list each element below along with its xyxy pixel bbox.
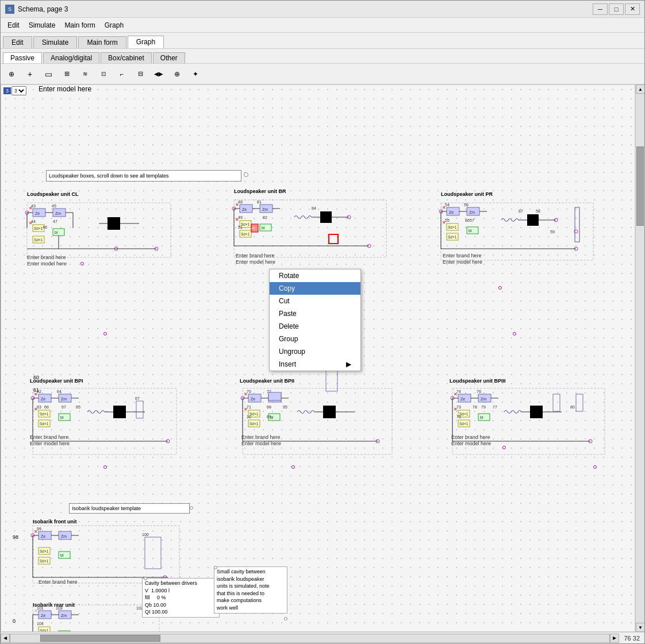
tool-inductor[interactable]: ≋ — [76, 66, 94, 82]
svg-text:67: 67 — [62, 405, 66, 409]
cl-anchor — [80, 262, 84, 265]
bpiii-model: Enter model here — [451, 441, 491, 446]
tool-circle[interactable]: ⊕ — [3, 66, 20, 82]
ctx-copy[interactable]: Copy — [270, 282, 360, 295]
subtab-box[interactable]: Box/cabinet — [101, 52, 152, 63]
svg-text:Sd×1: Sd×1 — [249, 422, 259, 426]
small-cavity-anchor2 — [284, 617, 287, 620]
pr-model: Enter model here — [443, 259, 482, 265]
svg-text:bl: bl — [252, 226, 255, 230]
svg-text:Sd×1: Sd×1 — [40, 559, 49, 563]
br-model: Enter model here — [236, 259, 275, 265]
scrollbar-right: ▲ ▼ — [635, 84, 644, 632]
bottom-scrollbar-thumb[interactable] — [40, 635, 160, 642]
tool-circle2[interactable]: ⊕ — [168, 66, 186, 82]
svg-text:Zm: Zm — [61, 614, 67, 618]
svg-text:bl: bl — [60, 415, 64, 419]
svg-text:10: 10 — [247, 415, 251, 419]
menu-mainform[interactable]: Main form — [60, 20, 99, 30]
ctx-group[interactable]: Group — [270, 333, 360, 345]
minimize-button[interactable]: ─ — [593, 3, 608, 15]
canvas[interactable]: 3 3 Loudspeaker boxes, scroll down to se… — [1, 85, 635, 631]
bpiii-dot2 — [593, 465, 597, 469]
tab-graph[interactable]: Graph — [128, 36, 164, 48]
bpii-dot — [291, 465, 295, 469]
main-area: 3 3 Loudspeaker boxes, scroll down to se… — [1, 84, 644, 632]
svg-text:57: 57 — [470, 218, 474, 222]
app-icon: S — [5, 5, 14, 14]
scroll-down-arrow[interactable]: ▼ — [636, 623, 644, 632]
svg-text:74: 74 — [456, 390, 461, 394]
scrollbar-thumb[interactable] — [636, 146, 644, 226]
ctx-cut[interactable]: Cut — [270, 295, 360, 307]
dot-2 — [513, 332, 516, 336]
scroll-right-arrow[interactable]: ▶ — [610, 634, 619, 643]
unit-label-br: Loudspeaker unit BR — [234, 188, 286, 194]
svg-text:58: 58 — [536, 209, 540, 213]
cavity-anchor — [144, 577, 147, 580]
bottom-scrollbar[interactable] — [10, 634, 610, 643]
menu-graph[interactable]: Graph — [100, 20, 128, 30]
subtab-analog[interactable]: Analog/digital — [43, 52, 99, 63]
title-buttons: ─ □ ✕ — [593, 3, 640, 15]
svg-text:Sd×1: Sd×1 — [34, 226, 43, 230]
ctx-insert[interactable]: Insert ▶ — [270, 358, 360, 371]
tool-arrows[interactable]: ◀▶ — [150, 66, 167, 82]
tool-star[interactable]: ✦ — [187, 66, 204, 82]
tool-res[interactable]: ⊡ — [95, 66, 112, 82]
svg-text:65: 65 — [76, 405, 80, 409]
close-button[interactable]: ✕ — [625, 3, 640, 15]
svg-rect-195 — [33, 526, 179, 583]
svg-text:44: 44 — [31, 219, 36, 223]
ctx-ungroup[interactable]: Ungroup — [270, 345, 360, 358]
scroll-up-arrow[interactable]: ▲ — [636, 84, 644, 94]
ctx-paste[interactable]: Paste — [270, 307, 360, 320]
tab-mainform[interactable]: Main form — [78, 36, 126, 48]
tab-simulate[interactable]: Simulate — [33, 36, 78, 48]
svg-rect-109 — [113, 406, 126, 418]
svg-text:62: 62 — [37, 390, 41, 394]
ctx-delete[interactable]: Delete — [270, 320, 360, 333]
svg-text:49: 49 — [238, 215, 243, 219]
svg-text:bl: bl — [60, 553, 64, 557]
subtab-other[interactable]: Other — [153, 52, 185, 63]
unit-bpiii-svg: Ze Zm Sd×1 Sd×1 bl ✕ ✕ 74 76 73 77 — [441, 384, 613, 470]
tool-l[interactable]: ⌐ — [113, 66, 130, 82]
svg-text:Sd×1: Sd×1 — [241, 232, 250, 236]
menu-simulate[interactable]: Simulate — [24, 20, 60, 30]
svg-rect-173 — [530, 406, 543, 418]
svg-text:87: 87 — [519, 209, 523, 213]
subtab-passive[interactable]: Passive — [3, 52, 42, 63]
canvas-container[interactable]: 3 3 Loudspeaker boxes, scroll down to se… — [1, 84, 635, 632]
context-menu: Rotate Copy Cut Paste Delete G — [269, 269, 361, 371]
maximize-button[interactable]: □ — [609, 3, 624, 15]
page-number: 3 — [3, 87, 11, 94]
unit-label-cl: Loudspeaker unit CL — [27, 191, 79, 197]
svg-text:78: 78 — [473, 405, 477, 409]
tool-plus[interactable]: + — [21, 66, 39, 82]
svg-rect-90 — [575, 207, 579, 242]
svg-text:80: 80 — [570, 405, 575, 409]
svg-rect-206 — [145, 537, 161, 569]
tool-tri[interactable]: ⊟ — [132, 66, 149, 82]
svg-text:Ze: Ze — [41, 614, 45, 618]
menu-edit[interactable]: Edit — [3, 20, 24, 30]
svg-text:Ze: Ze — [449, 210, 454, 214]
svg-text:Sd×1: Sd×1 — [40, 549, 49, 553]
svg-text:86: 86 — [465, 218, 470, 222]
tool-cap[interactable]: ⊞ — [58, 66, 75, 82]
tab-edit[interactable]: Edit — [3, 36, 32, 48]
unit-bpii-svg: Ze Zm Sd×1 Sd×1 bl ✕ ✕ 70 72 71 10 — [231, 384, 398, 470]
num-98: 98 — [13, 534, 18, 540]
scroll-left-arrow[interactable]: ◀ — [1, 634, 10, 643]
iso-front-brand: Enter brand here — [39, 579, 78, 585]
window-title: Schema, page 3 — [18, 5, 68, 13]
svg-text:104: 104 — [37, 622, 44, 626]
iso-front-model: Enter model here — [39, 85, 91, 93]
tool-rect[interactable]: ▭ — [40, 66, 57, 82]
page-select[interactable]: 3 — [11, 86, 26, 95]
title-bar-left: S Schema, page 3 — [5, 5, 68, 14]
bpi-dot — [103, 465, 107, 469]
ctx-rotate[interactable]: Rotate — [270, 269, 360, 282]
svg-text:Ze: Ze — [41, 397, 45, 401]
